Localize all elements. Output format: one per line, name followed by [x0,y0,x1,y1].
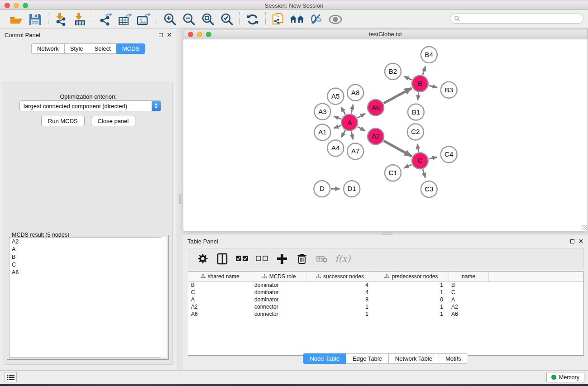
network-window-titlebar[interactable]: testGlobe.txt [183,29,588,39]
edge-A6-B[interactable] [384,88,412,103]
result-item[interactable]: A [10,245,166,253]
result-item[interactable]: A2 [10,238,166,245]
result-item[interactable]: A6 [10,268,166,276]
table-row[interactable]: A6connector11A6 [188,310,583,318]
edge-A-A7[interactable] [351,131,353,139]
result-item[interactable]: B [10,253,166,261]
save-session-button[interactable] [27,12,43,27]
show-graphics-details-button[interactable] [289,12,306,27]
node-table[interactable]: shared nameMCDS rolesuccessor nodesprede… [188,272,584,356]
column-header[interactable]: MCDS role [252,272,306,281]
edge-B-B3[interactable] [429,86,437,87]
edge-A-A1[interactable] [334,125,341,128]
node-A[interactable]: A [341,114,358,131]
column-header[interactable]: shared name [188,272,252,281]
node-A4[interactable]: A4 [327,140,344,156]
edge-A-A3[interactable] [334,116,341,119]
result-list-scrollbar[interactable] [161,237,167,357]
task-history-button[interactable] [5,372,17,382]
run-mcds-button[interactable]: Run MCDS [41,116,85,126]
export-image-button[interactable] [136,12,152,27]
node-B3[interactable]: B3 [441,82,457,98]
edge-A2-C[interactable] [384,141,412,156]
edge-B-B2[interactable] [404,76,412,80]
tab-select[interactable]: Select [89,43,116,54]
tab-node-table[interactable]: Node Table [303,353,346,364]
edge-A-A8[interactable] [351,105,353,114]
add-row-button[interactable] [275,252,289,266]
search-input[interactable] [460,15,583,22]
mcds-result-list[interactable]: A2ABCA6 [9,237,167,357]
import-network-button[interactable] [53,12,69,27]
table-header-row[interactable]: shared nameMCDS rolesuccessor nodesprede… [188,272,583,281]
node-B2[interactable]: B2 [385,63,401,80]
open-session-button[interactable] [8,12,24,27]
function-builder-button[interactable]: f(x) [335,252,350,266]
close-panel-button[interactable]: Close panel [91,116,136,126]
edge-C-C2[interactable] [417,144,419,152]
delete-column-button[interactable] [315,252,329,266]
tab-mcds[interactable]: MCDS [116,43,145,54]
edge-B-B1[interactable] [418,93,419,100]
vertical-splitter-handle[interactable] [179,194,182,204]
node-A5[interactable]: A5 [327,88,344,105]
refresh-layout-button[interactable] [244,12,261,27]
edge-C-C3[interactable] [423,169,425,177]
close-panel-icon[interactable]: ✕ [167,33,172,37]
delete-row-button[interactable] [295,252,309,266]
float-panel-icon[interactable] [159,33,163,37]
window-resize-grip[interactable] [582,225,587,230]
new-network-from-selection-button[interactable] [270,12,287,27]
export-table-button[interactable] [117,12,133,27]
edge-C-C4[interactable] [429,157,437,159]
result-item[interactable]: C [10,261,166,268]
node-C1[interactable]: C1 [385,165,401,181]
table-row[interactable]: Adominator80A [188,296,583,303]
node-C[interactable]: C [412,152,428,169]
node-B4[interactable]: B4 [421,47,437,63]
node-A1[interactable]: A1 [314,124,330,141]
node-A2[interactable]: A2 [368,129,384,145]
table-row[interactable]: A2connector11A2 [188,303,583,310]
node-D1[interactable]: D1 [344,181,360,197]
deselect-all-button[interactable] [255,252,269,266]
show-column-button[interactable] [215,252,229,266]
edge-C-C1[interactable] [404,165,412,168]
tab-network-table[interactable]: Network Table [388,353,439,364]
node-C2[interactable]: C2 [407,124,424,140]
edge-A-A2[interactable] [358,127,365,131]
zoom-out-button[interactable] [181,12,197,27]
export-network-button[interactable] [98,12,114,27]
close-table-panel-icon[interactable]: ✕ [578,239,583,243]
column-settings-button[interactable] [196,252,209,266]
column-header[interactable]: predecessor nodes [374,272,449,281]
tab-network[interactable]: Network [31,43,64,54]
memory-button[interactable]: Memory [546,372,584,382]
node-A8[interactable]: A8 [347,85,363,101]
tab-style[interactable]: Style [64,43,89,54]
node-D[interactable]: D [314,181,330,197]
edge-A-A6[interactable] [358,114,365,118]
zoom-in-button[interactable] [162,12,178,27]
float-table-panel-icon[interactable] [570,239,574,243]
horizontal-splitter-handle[interactable] [382,232,392,235]
edge-A-A4[interactable] [341,130,345,138]
table-row[interactable]: Bdominator41B [188,281,583,289]
node-B1[interactable]: B1 [408,104,424,120]
column-header[interactable]: name [449,272,488,281]
zoom-selected-button[interactable] [219,12,235,27]
table-row[interactable]: Cdominator41C [188,289,583,296]
node-A7[interactable]: A7 [347,143,363,159]
select-all-button[interactable] [235,252,249,266]
node-A6[interactable]: A6 [368,100,384,116]
import-table-button[interactable] [72,12,88,27]
edge-A-A5[interactable] [341,107,345,114]
column-header[interactable]: successor nodes [306,272,374,281]
network-canvas-wrap[interactable]: B4B2BB3A8A5A6A3B1AC2A1A2A4A7C4CC1C3DD1 [183,39,588,231]
node-B[interactable]: B [412,76,428,92]
toggle-labels-button[interactable] [308,12,325,27]
search-box[interactable] [450,14,583,24]
node-A3[interactable]: A3 [314,104,330,120]
tab-edge-table[interactable]: Edge Table [346,353,388,364]
toggle-bird-eye-view-button[interactable] [327,12,344,27]
